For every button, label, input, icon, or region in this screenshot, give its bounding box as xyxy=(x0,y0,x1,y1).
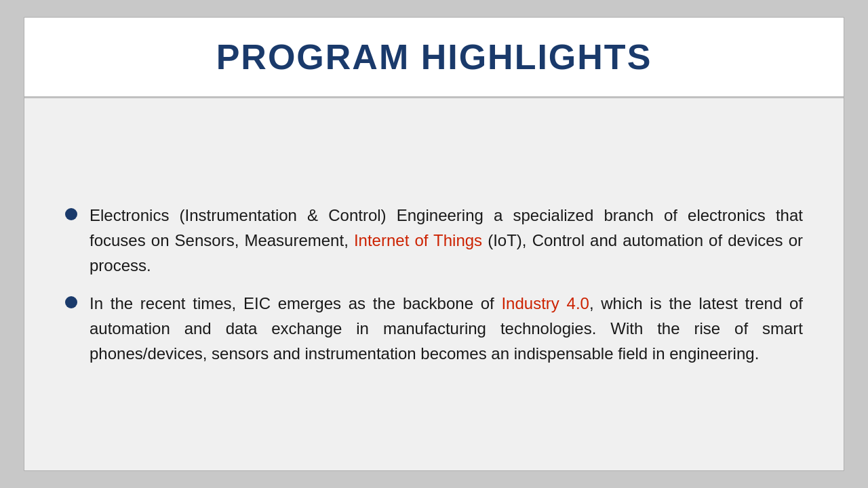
bullet-text-2: In the recent times, EIC emerges as the … xyxy=(90,291,803,367)
bullet-text-1: Electronics (Instrumentation & Control) … xyxy=(90,203,803,279)
bullet-item-2: In the recent times, EIC emerges as the … xyxy=(65,291,803,367)
slide-content: Electronics (Instrumentation & Control) … xyxy=(24,98,844,470)
bullet-dot-2 xyxy=(65,296,77,308)
slide-title: PROGRAM HIGHLIGHTS xyxy=(65,37,803,77)
highlight-industry-40: Industry 4.0 xyxy=(501,294,589,312)
highlight-internet-of-things: Internet of Things xyxy=(354,231,482,249)
bullet-item-1: Electronics (Instrumentation & Control) … xyxy=(65,203,803,279)
slide-header: PROGRAM HIGHLIGHTS xyxy=(24,18,844,98)
slide: PROGRAM HIGHLIGHTS Electronics (Instrume… xyxy=(24,17,844,471)
bullet-dot-1 xyxy=(65,208,77,220)
